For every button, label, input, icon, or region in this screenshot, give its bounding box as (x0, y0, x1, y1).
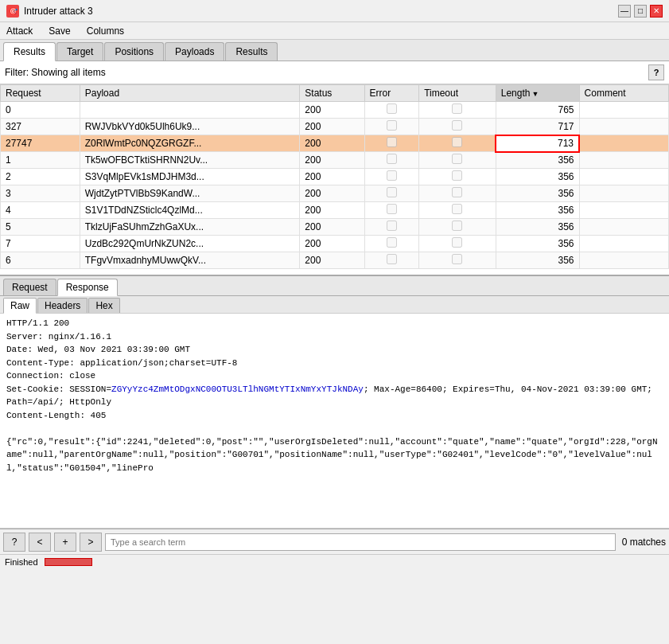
table-row[interactable]: 3WjdtZytPTVlBbS9KandW...200356 (1, 185, 669, 202)
cell-payload: RWJVbkVYd0k5Ulh6Uk9... (80, 119, 300, 135)
col-request[interactable]: Request (1, 85, 80, 102)
table-row[interactable]: 0200765 (1, 102, 669, 119)
col-error[interactable]: Error (364, 85, 419, 102)
cell-error (364, 119, 419, 135)
cell-request: 0 (1, 102, 80, 119)
cell-comment (579, 252, 668, 269)
table-row[interactable]: 1Tk5wOFBCTktiSHRNN2Uv...200356 (1, 152, 669, 169)
maximize-button[interactable]: □ (634, 5, 647, 18)
cell-timeout (419, 236, 496, 252)
cell-timeout (419, 102, 496, 119)
cell-request: 327 (1, 119, 80, 135)
tab-target[interactable]: Target (56, 42, 103, 60)
cell-payload: S3VqMlpEVk1sMDJHM3d... (80, 169, 300, 185)
filter-help-button[interactable]: ? (648, 64, 664, 80)
cell-error (364, 135, 419, 152)
tab-results[interactable]: Results (3, 42, 56, 61)
matches-label: 0 matches (622, 537, 666, 548)
bottom-bar: ? < + > 0 matches (0, 529, 669, 554)
cell-timeout (419, 169, 496, 185)
col-status[interactable]: Status (300, 85, 364, 102)
cell-timeout (419, 135, 496, 152)
results-table: Request Payload Status Error Timeout Len… (0, 84, 669, 269)
filter-text: Filter: Showing all items (5, 67, 645, 78)
tab-response[interactable]: Response (57, 279, 118, 296)
app-icon: 🎯 (6, 5, 19, 18)
menu-save[interactable]: Save (45, 24, 73, 38)
cell-request: 1 (1, 152, 80, 169)
cell-status: 200 (300, 202, 364, 219)
cell-length: 356 (496, 236, 579, 252)
close-button[interactable]: ✕ (650, 5, 663, 18)
tab-options[interactable]: Results (225, 42, 278, 60)
cell-status: 200 (300, 236, 364, 252)
col-comment[interactable]: Comment (579, 85, 668, 102)
table-row[interactable]: 2S3VqMlpEVk1sMDJHM3d...200356 (1, 169, 669, 185)
minimize-button[interactable]: — (618, 5, 631, 18)
cell-request: 4 (1, 202, 80, 219)
status-text: Finished (5, 557, 38, 567)
menu-attack[interactable]: Attack (3, 24, 36, 38)
cell-length: 356 (496, 252, 579, 269)
main-tab-bar: Results Target Positions Payloads Result… (0, 40, 669, 61)
cell-comment (579, 219, 668, 236)
menu-columns[interactable]: Columns (84, 24, 127, 38)
cell-request: 2 (1, 169, 80, 185)
cell-error (364, 102, 419, 119)
cell-comment (579, 119, 668, 135)
col-timeout[interactable]: Timeout (419, 85, 496, 102)
tab-payloads[interactable]: Payloads (165, 42, 224, 60)
results-table-container[interactable]: Request Payload Status Error Timeout Len… (0, 84, 669, 275)
help-button[interactable]: ? (3, 533, 25, 552)
window-controls: — □ ✕ (618, 5, 663, 18)
add-button[interactable]: + (54, 533, 76, 552)
cell-error (364, 169, 419, 185)
format-tab-hex[interactable]: Hex (88, 298, 119, 313)
cell-length: 356 (496, 202, 579, 219)
title-bar-left: 🎯 Intruder attack 3 (6, 5, 93, 18)
table-row[interactable]: 5TklzUjFaSUhmZzhGaXUx...200356 (1, 219, 669, 236)
search-input[interactable] (105, 533, 616, 551)
format-tab-headers[interactable]: Headers (37, 298, 88, 313)
cell-payload: WjdtZytPTVlBbS9KandW... (80, 185, 300, 202)
tab-request[interactable]: Request (3, 279, 56, 295)
cell-error (364, 152, 419, 169)
cell-request: 3 (1, 185, 80, 202)
status-bar: Finished (0, 554, 669, 568)
cell-length: 356 (496, 219, 579, 236)
format-tab-raw[interactable]: Raw (3, 298, 37, 314)
response-content[interactable]: HTTP/1.1 200 Server: nginx/1.16.1 Date: … (0, 314, 669, 529)
cell-comment (579, 169, 668, 185)
cell-payload: Tk5wOFBCTktiSHRNN2Uv... (80, 152, 300, 169)
cell-status: 200 (300, 169, 364, 185)
cell-length: 713 (496, 135, 579, 152)
cell-error (364, 185, 419, 202)
filter-bar: Filter: Showing all items ? (0, 61, 669, 84)
table-row[interactable]: 7UzdBc292QmUrNkZUN2c...200356 (1, 236, 669, 252)
cell-timeout (419, 185, 496, 202)
cell-status: 200 (300, 185, 364, 202)
cell-status: 200 (300, 252, 364, 269)
cell-payload: TklzUjFaSUhmZzhGaXUx... (80, 219, 300, 236)
tab-positions[interactable]: Positions (104, 42, 164, 60)
cell-comment (579, 152, 668, 169)
cell-error (364, 236, 419, 252)
cell-status: 200 (300, 102, 364, 119)
table-row[interactable]: 327RWJVbkVYd0k5Ulh6Uk9...200717 (1, 119, 669, 135)
col-payload[interactable]: Payload (80, 85, 300, 102)
req-res-tab-bar: Request Response (0, 275, 669, 296)
cell-comment (579, 236, 668, 252)
cell-timeout (419, 152, 496, 169)
table-row[interactable]: 6TFgvVmxadnhyMUwwQkV...200356 (1, 252, 669, 269)
table-header-row: Request Payload Status Error Timeout Len… (1, 85, 669, 102)
cell-status: 200 (300, 219, 364, 236)
prev-button[interactable]: < (29, 533, 51, 552)
col-length[interactable]: Length▼ (496, 85, 579, 102)
status-indicator (45, 558, 92, 566)
cell-error (364, 202, 419, 219)
table-body: 0200765327RWJVbkVYd0k5Ulh6Uk9...20071727… (1, 102, 669, 269)
cell-timeout (419, 119, 496, 135)
table-row[interactable]: 4S1V1TDdNZSticlc4QzlMd...200356 (1, 202, 669, 219)
next-button[interactable]: > (80, 533, 102, 552)
table-row[interactable]: 27747Z0RlWmtPc0NQZGRGZF...200713 (1, 135, 669, 152)
